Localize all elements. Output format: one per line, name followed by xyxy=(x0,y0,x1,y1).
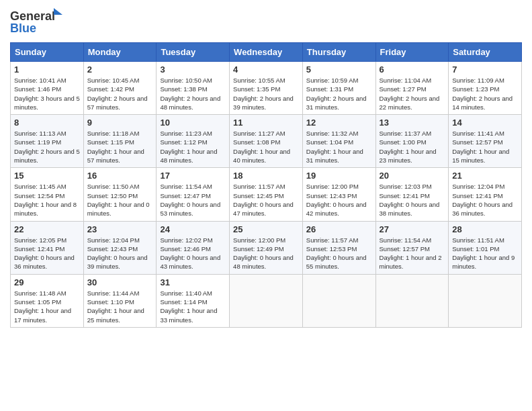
day-number: 30 xyxy=(87,277,153,287)
day-info: Sunrise: 11:54 AMSunset: 12:57 PMDayligh… xyxy=(380,236,442,271)
calendar-cell-12: 12Sunrise: 11:32 AMSunset: 1:04 PMDaylig… xyxy=(302,115,375,168)
day-info: Sunrise: 12:03 PMSunset: 12:41 PMDayligh… xyxy=(380,183,440,217)
day-info: Sunrise: 11:57 AMSunset: 12:45 PMDayligh… xyxy=(233,183,294,217)
day-number: 14 xyxy=(452,118,518,128)
day-info: Sunrise: 11:40 AMSunset: 1:14 PMDaylight… xyxy=(160,289,217,324)
calendar-cell-empty-4-3 xyxy=(230,274,303,327)
day-number: 18 xyxy=(233,171,299,181)
calendar-cell-11: 11Sunrise: 11:27 AMSunset: 1:08 PMDaylig… xyxy=(230,115,303,168)
calendar-cell-2: 2Sunrise: 10:45 AMSunset: 1:42 PMDayligh… xyxy=(83,62,157,115)
day-number: 25 xyxy=(233,224,299,234)
day-number: 22 xyxy=(14,224,80,234)
logo-svg: GeneralBlue xyxy=(10,7,64,37)
day-number: 10 xyxy=(160,118,226,128)
day-info: Sunrise: 10:55 AMSunset: 1:35 PMDaylight… xyxy=(233,77,294,111)
day-info: Sunrise: 12:05 PMSunset: 12:41 PMDayligh… xyxy=(14,236,75,271)
weekday-header-sunday: Sunday xyxy=(11,43,84,62)
svg-text:Blue: Blue xyxy=(10,21,36,35)
day-number: 31 xyxy=(160,277,226,287)
calendar-cell-28: 28Sunrise: 11:51 AMSunset: 1:01 PMDaylig… xyxy=(449,221,522,274)
day-number: 21 xyxy=(452,171,518,181)
calendar-cell-21: 21Sunrise: 12:04 PMSunset: 12:41 PMDayli… xyxy=(449,168,522,221)
calendar-week-2: 15Sunrise: 11:45 AMSunset: 12:54 PMDayli… xyxy=(11,168,522,221)
day-info: Sunrise: 11:09 AMSunset: 1:23 PMDaylight… xyxy=(452,77,513,111)
day-info: Sunrise: 11:57 AMSunset: 12:53 PMDayligh… xyxy=(306,236,367,271)
weekday-header-row: SundayMondayTuesdayWednesdayThursdayFrid… xyxy=(11,43,522,62)
day-info: Sunrise: 10:41 AMSunset: 1:46 PMDaylight… xyxy=(14,77,80,111)
calendar-cell-22: 22Sunrise: 12:05 PMSunset: 12:41 PMDayli… xyxy=(11,221,84,274)
day-number: 8 xyxy=(14,118,80,128)
calendar-cell-27: 27Sunrise: 11:54 AMSunset: 12:57 PMDayli… xyxy=(375,221,449,274)
day-number: 27 xyxy=(380,224,445,234)
weekday-header-friday: Friday xyxy=(375,43,449,62)
day-info: Sunrise: 11:45 AMSunset: 12:54 PMDayligh… xyxy=(14,183,77,217)
day-info: Sunrise: 12:04 PMSunset: 12:43 PMDayligh… xyxy=(87,236,148,271)
calendar-cell-1: 1Sunrise: 10:41 AMSunset: 1:46 PMDayligh… xyxy=(11,62,84,115)
day-number: 29 xyxy=(14,277,80,287)
day-info: Sunrise: 11:13 AMSunset: 1:19 PMDaylight… xyxy=(14,130,80,164)
calendar-cell-24: 24Sunrise: 12:02 PMSunset: 12:46 PMDayli… xyxy=(157,221,230,274)
day-info: Sunrise: 11:18 AMSunset: 1:15 PMDaylight… xyxy=(87,130,144,164)
day-number: 23 xyxy=(87,224,153,234)
day-number: 15 xyxy=(14,171,80,181)
day-number: 26 xyxy=(306,224,372,234)
calendar-cell-3: 3Sunrise: 10:50 AMSunset: 1:38 PMDayligh… xyxy=(157,62,230,115)
day-number: 2 xyxy=(87,64,153,75)
calendar-cell-10: 10Sunrise: 11:23 AMSunset: 1:12 PMDaylig… xyxy=(157,115,230,168)
calendar-cell-empty-4-6 xyxy=(449,274,522,327)
calendar-cell-25: 25Sunrise: 12:00 PMSunset: 12:49 PMDayli… xyxy=(230,221,303,274)
calendar-cell-23: 23Sunrise: 12:04 PMSunset: 12:43 PMDayli… xyxy=(83,221,157,274)
day-info: Sunrise: 11:48 AMSunset: 1:05 PMDaylight… xyxy=(14,289,71,324)
day-info: Sunrise: 11:54 AMSunset: 12:47 PMDayligh… xyxy=(160,183,220,217)
weekday-header-wednesday: Wednesday xyxy=(230,43,303,62)
calendar-cell-8: 8Sunrise: 11:13 AMSunset: 1:19 PMDayligh… xyxy=(11,115,84,168)
day-number: 13 xyxy=(380,118,445,128)
day-number: 11 xyxy=(233,118,299,128)
calendar-week-3: 22Sunrise: 12:05 PMSunset: 12:41 PMDayli… xyxy=(11,221,522,274)
calendar-cell-30: 30Sunrise: 11:44 AMSunset: 1:10 PMDaylig… xyxy=(83,274,157,327)
calendar-week-4: 29Sunrise: 11:48 AMSunset: 1:05 PMDaylig… xyxy=(11,274,522,327)
day-number: 16 xyxy=(87,171,153,181)
day-number: 3 xyxy=(160,64,226,75)
calendar-cell-7: 7Sunrise: 11:09 AMSunset: 1:23 PMDayligh… xyxy=(449,62,522,115)
calendar-week-0: 1Sunrise: 10:41 AMSunset: 1:46 PMDayligh… xyxy=(11,62,522,115)
calendar-cell-15: 15Sunrise: 11:45 AMSunset: 12:54 PMDayli… xyxy=(11,168,84,221)
svg-text:General: General xyxy=(10,9,55,23)
day-number: 9 xyxy=(87,118,153,128)
day-number: 20 xyxy=(380,171,445,181)
calendar-cell-19: 19Sunrise: 12:00 PMSunset: 12:43 PMDayli… xyxy=(302,168,375,221)
day-number: 7 xyxy=(452,64,518,75)
day-info: Sunrise: 11:44 AMSunset: 1:10 PMDaylight… xyxy=(87,289,144,324)
day-number: 5 xyxy=(306,64,372,75)
day-number: 17 xyxy=(160,171,226,181)
day-number: 19 xyxy=(306,171,372,181)
day-info: Sunrise: 11:04 AMSunset: 1:27 PMDaylight… xyxy=(380,77,440,111)
calendar-cell-31: 31Sunrise: 11:40 AMSunset: 1:14 PMDaylig… xyxy=(157,274,230,327)
day-info: Sunrise: 10:45 AMSunset: 1:42 PMDaylight… xyxy=(87,77,148,111)
calendar-cell-6: 6Sunrise: 11:04 AMSunset: 1:27 PMDayligh… xyxy=(375,62,449,115)
calendar-cell-18: 18Sunrise: 11:57 AMSunset: 12:45 PMDayli… xyxy=(230,168,303,221)
calendar-table: SundayMondayTuesdayWednesdayThursdayFrid… xyxy=(10,42,522,328)
day-info: Sunrise: 11:27 AMSunset: 1:08 PMDaylight… xyxy=(233,130,290,164)
calendar-cell-empty-4-5 xyxy=(375,274,449,327)
day-info: Sunrise: 12:02 PMSunset: 12:46 PMDayligh… xyxy=(160,236,220,271)
calendar-cell-17: 17Sunrise: 11:54 AMSunset: 12:47 PMDayli… xyxy=(157,168,230,221)
day-info: Sunrise: 11:23 AMSunset: 1:12 PMDaylight… xyxy=(160,130,217,164)
header: GeneralBlue xyxy=(10,7,522,37)
day-info: Sunrise: 10:50 AMSunset: 1:38 PMDaylight… xyxy=(160,77,220,111)
day-info: Sunrise: 11:51 AMSunset: 1:01 PMDaylight… xyxy=(452,236,515,271)
weekday-header-tuesday: Tuesday xyxy=(157,43,230,62)
calendar-cell-5: 5Sunrise: 10:59 AMSunset: 1:31 PMDayligh… xyxy=(302,62,375,115)
calendar-cell-13: 13Sunrise: 11:37 AMSunset: 1:00 PMDaylig… xyxy=(375,115,449,168)
calendar-week-1: 8Sunrise: 11:13 AMSunset: 1:19 PMDayligh… xyxy=(11,115,522,168)
calendar-cell-29: 29Sunrise: 11:48 AMSunset: 1:05 PMDaylig… xyxy=(11,274,84,327)
day-number: 12 xyxy=(306,118,372,128)
calendar-cell-16: 16Sunrise: 11:50 AMSunset: 12:50 PMDayli… xyxy=(83,168,157,221)
day-number: 28 xyxy=(452,224,518,234)
calendar-cell-14: 14Sunrise: 11:41 AMSunset: 12:57 PMDayli… xyxy=(449,115,522,168)
logo: GeneralBlue xyxy=(10,7,64,37)
calendar-cell-20: 20Sunrise: 12:03 PMSunset: 12:41 PMDayli… xyxy=(375,168,449,221)
calendar-cell-9: 9Sunrise: 11:18 AMSunset: 1:15 PMDayligh… xyxy=(83,115,157,168)
day-info: Sunrise: 11:37 AMSunset: 1:00 PMDaylight… xyxy=(380,130,437,164)
svg-marker-1 xyxy=(54,8,62,15)
